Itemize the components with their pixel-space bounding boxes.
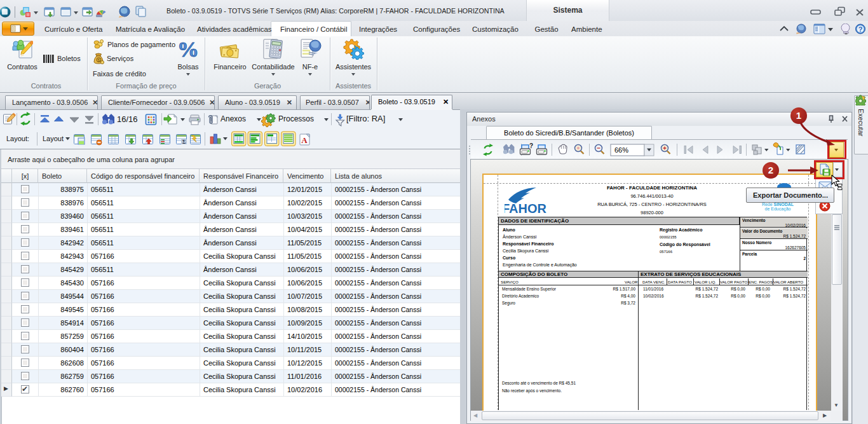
svg-text:A: A [301, 135, 308, 145]
svg-text:%: % [177, 38, 199, 58]
svg-text:?: ? [529, 142, 533, 149]
svg-text:FAHOR: FAHOR [505, 202, 546, 215]
svg-text:Σ: Σ [182, 139, 186, 145]
svg-text:66%: 66% [614, 146, 628, 154]
svg-text:?: ? [858, 25, 863, 33]
svg-text:$: $ [97, 57, 100, 63]
